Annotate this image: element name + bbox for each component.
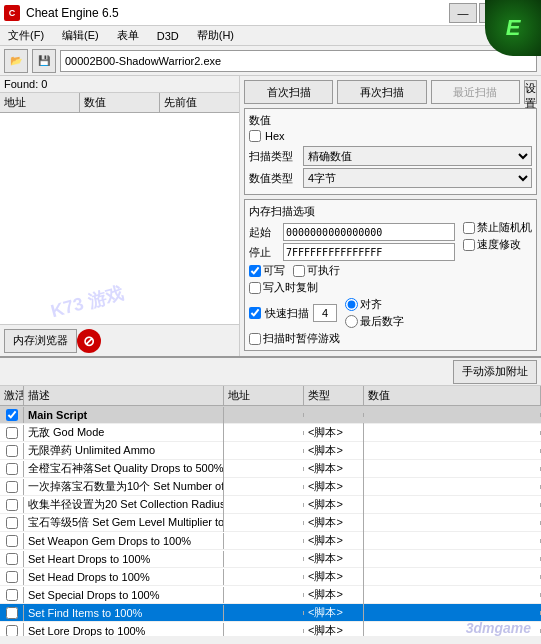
data-type-select[interactable]: 4字节 bbox=[303, 168, 532, 188]
cheat-row[interactable]: Set Special Drops to 100%<脚本> bbox=[0, 586, 541, 604]
window-title: Cheat Engine 6.5 bbox=[26, 6, 449, 20]
menu-edit[interactable]: 编辑(E) bbox=[58, 28, 103, 43]
row-type-cell: <脚本> bbox=[304, 621, 364, 636]
found-label: Found: 0 bbox=[0, 76, 239, 93]
menu-help[interactable]: 帮助(H) bbox=[193, 28, 238, 43]
row-checkbox[interactable] bbox=[6, 499, 18, 511]
scan-type-label: 扫描类型 bbox=[249, 149, 299, 164]
save-button[interactable]: 💾 bbox=[32, 49, 56, 73]
row-checkbox[interactable] bbox=[6, 445, 18, 457]
no-rand-checkbox[interactable] bbox=[463, 222, 475, 234]
stop-row: 停止 bbox=[249, 243, 455, 261]
minimize-button[interactable]: — bbox=[449, 3, 477, 23]
row-addr-cell bbox=[224, 431, 304, 435]
left-panel: Found: 0 地址 数值 先前值 内存浏览器 ⊘ bbox=[0, 76, 240, 356]
row-checkbox[interactable] bbox=[6, 427, 18, 439]
row-type-cell: <脚本> bbox=[304, 495, 364, 514]
manual-add-button[interactable]: 手动添加附址 bbox=[453, 360, 537, 384]
row-checkbox[interactable] bbox=[6, 625, 18, 637]
row-active-cell bbox=[0, 461, 24, 477]
row-checkbox[interactable] bbox=[6, 607, 18, 619]
col-value: 数值 bbox=[80, 93, 160, 112]
cheat-row[interactable]: 全橙宝石神落Set Quality Drops to 500%<脚本> bbox=[0, 460, 541, 478]
title-bar: C Cheat Engine 6.5 — □ ✕ bbox=[0, 0, 541, 26]
lastdigit-radio[interactable] bbox=[345, 315, 358, 328]
row-addr-cell bbox=[224, 629, 304, 633]
first-scan-button[interactable]: 首次扫描 bbox=[244, 80, 333, 104]
mem-options-title: 内存扫描选项 bbox=[249, 204, 455, 219]
menu-d3d[interactable]: D3D bbox=[153, 30, 183, 42]
settings-button[interactable]: 设置 bbox=[524, 80, 537, 104]
next-scan-button[interactable]: 再次扫描 bbox=[337, 80, 426, 104]
row-checkbox[interactable] bbox=[6, 517, 18, 529]
row-addr-cell bbox=[224, 485, 304, 489]
row-active-cell bbox=[0, 533, 24, 549]
row-checkbox[interactable] bbox=[6, 463, 18, 475]
row-type-cell: <脚本> bbox=[304, 459, 364, 478]
row-checkbox[interactable] bbox=[6, 409, 18, 421]
right-panel: 首次扫描 再次扫描 最近扫描 设置 数值 Hex 扫描类型 精确数值 bbox=[240, 76, 541, 356]
speed-mod-group: 速度修改 bbox=[463, 237, 521, 252]
cheat-row[interactable]: Set Head Drops to 100%<脚本> bbox=[0, 568, 541, 586]
executable-checkbox[interactable] bbox=[293, 265, 305, 277]
scan-type-select[interactable]: 精确数值 bbox=[303, 146, 532, 166]
row-val-cell bbox=[364, 485, 541, 489]
hex-checkbox[interactable] bbox=[249, 130, 261, 142]
aligned-radio[interactable] bbox=[345, 298, 358, 311]
ce-logo: E bbox=[485, 0, 541, 56]
writable-checkbox[interactable] bbox=[249, 265, 261, 277]
cheat-row[interactable]: Set Heart Drops to 100%<脚本> bbox=[0, 550, 541, 568]
cheat-row[interactable]: 无敌 God Mode<脚本> bbox=[0, 424, 541, 442]
fast-scan-label: 快速扫描 bbox=[265, 306, 309, 321]
cheat-row[interactable]: 收集半径设置为20 Set Collection Radius to 20<脚本… bbox=[0, 496, 541, 514]
row-active-cell bbox=[0, 479, 24, 495]
row-checkbox[interactable] bbox=[6, 571, 18, 583]
row-active-cell bbox=[0, 569, 24, 585]
pause-checkbox[interactable] bbox=[249, 333, 261, 345]
row-val-cell bbox=[364, 503, 541, 507]
row-addr-cell bbox=[224, 413, 304, 417]
row-type-cell: <脚本> bbox=[304, 513, 364, 532]
align-group: 对齐 最后数字 bbox=[345, 297, 404, 329]
menu-bar: 文件(F) 编辑(E) 表单 D3D 帮助(H) bbox=[0, 26, 541, 46]
col-address: 地址 bbox=[0, 93, 80, 112]
cheat-row[interactable]: 宝石等级5倍 Set Gem Level Multiplier to 5<脚本> bbox=[0, 514, 541, 532]
fast-scan-checkbox[interactable] bbox=[249, 307, 261, 319]
cow-checkbox[interactable] bbox=[249, 282, 261, 294]
mem-browser-button[interactable]: 内存浏览器 bbox=[4, 329, 77, 353]
speed-mod-checkbox[interactable] bbox=[463, 239, 475, 251]
executable-group: 可执行 bbox=[293, 263, 340, 278]
cheat-row[interactable]: Set Weapon Gem Drops to 100%<脚本> bbox=[0, 532, 541, 550]
row-active-cell bbox=[0, 623, 24, 637]
row-desc-cell: Set Weapon Gem Drops to 100% bbox=[24, 533, 224, 549]
hex-label: Hex bbox=[265, 130, 285, 142]
cheat-row[interactable]: 无限弹药 Unlimited Ammo<脚本> bbox=[0, 442, 541, 460]
cheat-row[interactable]: 一次掉落宝石数量为10个 Set Number of Drops to 10<脚… bbox=[0, 478, 541, 496]
cheat-row[interactable]: Set Lore Drops to 100%<脚本> bbox=[0, 622, 541, 636]
row-desc-cell: 收集半径设置为20 Set Collection Radius to 20 bbox=[24, 495, 224, 514]
aligned-label: 对齐 bbox=[360, 297, 382, 312]
row-checkbox[interactable] bbox=[6, 481, 18, 493]
menu-file[interactable]: 文件(F) bbox=[4, 28, 48, 43]
no-rand-group: 禁止随机机 bbox=[463, 220, 532, 235]
row-checkbox[interactable] bbox=[6, 535, 18, 547]
row-checkbox[interactable] bbox=[6, 589, 18, 601]
row-active-cell bbox=[0, 515, 24, 531]
row-desc-cell: Set Find Items to 100% bbox=[24, 605, 224, 621]
cheat-row[interactable]: Set Find Items to 100%<脚本> bbox=[0, 604, 541, 622]
row-addr-cell bbox=[224, 557, 304, 561]
open-button[interactable]: 📂 bbox=[4, 49, 28, 73]
stop-input[interactable] bbox=[283, 243, 455, 261]
row-checkbox[interactable] bbox=[6, 553, 18, 565]
fast-scan-input[interactable] bbox=[313, 304, 337, 322]
row-addr-cell bbox=[224, 575, 304, 579]
col-desc: 描述 bbox=[24, 386, 224, 405]
cheat-row[interactable]: Main Script bbox=[0, 406, 541, 424]
menu-table[interactable]: 表单 bbox=[113, 28, 143, 43]
start-input[interactable] bbox=[283, 223, 455, 241]
row-desc-cell: 一次掉落宝石数量为10个 Set Number of Drops to 10 bbox=[24, 477, 224, 496]
address-list bbox=[0, 113, 239, 324]
undo-scan-button[interactable]: 最近扫描 bbox=[431, 80, 520, 104]
process-name-bar: 00002B00-ShadowWarrior2.exe bbox=[60, 50, 537, 72]
row-val-cell bbox=[364, 539, 541, 543]
